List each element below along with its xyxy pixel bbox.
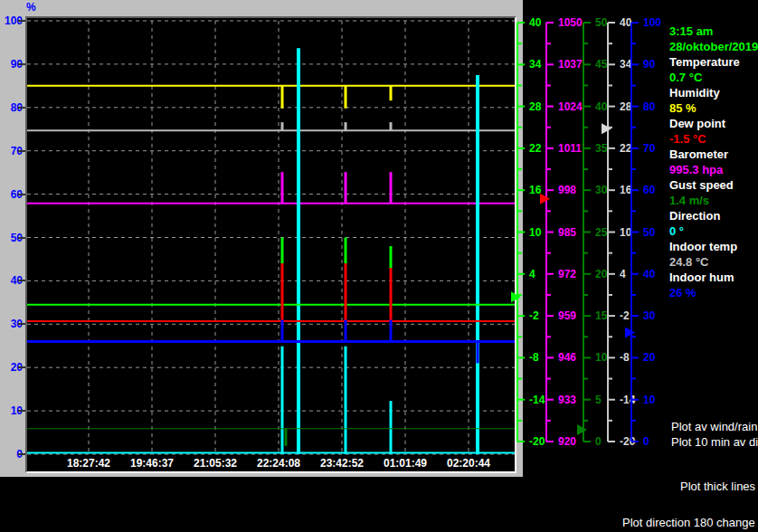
readout-label-gust-speed: Gust speed [669,177,758,193]
indoor-temp-axis-label: 34 [620,58,632,71]
indoor-temp-marker [602,123,611,134]
wind-speed-axis-label: 35 [595,142,608,155]
humidity-axis-label: 20 [643,351,656,364]
wind-speed-axis-label: 0 [595,435,602,448]
option-plot-av-wind-rain[interactable]: Plot av wind/rain [671,420,757,433]
indoor-temp-axis-label: 10 [620,226,632,239]
temperature-axis-label: 16 [529,184,542,196]
readout-value-indoor-hum: 26 % [669,285,758,300]
graph-window: % 1009080706050403020100 18:27:4219:46:3… [0,0,523,477]
readout-label-indoor-temp: Indoor temp [669,239,758,254]
readout-value-humidity: 85 % [669,100,758,116]
y-axis-unit-label: % [26,1,36,14]
humidity-axis-label: 90 [643,58,656,71]
barometer-axis-label: 1037 [558,58,583,71]
readout-label-temperature: Temperature [669,54,758,70]
readout-label-dew-point: Dew point [669,116,758,131]
x-axis-tick-label: 01:01:49 [374,457,437,470]
x-axis-tick-label: 23:42:52 [310,457,374,470]
indoor-temp-axis-label: -2 [620,309,630,322]
humidity-axis-label: 50 [643,226,656,239]
x-axis-tick-label: 21:05:32 [184,457,247,470]
option-plot-direction-180[interactable]: Plot direction 180 change [622,516,755,529]
wind-speed-axis-label: 20 [595,268,608,280]
x-axis-tick-label: 18:27:42 [57,457,120,470]
wind-speed-axis-label: 45 [595,58,608,71]
gust-speed-marker [577,424,587,435]
x-axis-tick-label: 19:46:37 [120,457,184,470]
current-time: 3:15 am [669,24,758,39]
readout-items: Temperature0.7 °CHumidity85 %Dew point-1… [669,54,758,300]
plot-area [25,16,516,473]
temperature-axis-label: 34 [529,58,542,71]
option-plot-thick-lines[interactable]: Plot thick lines [680,480,755,493]
readout-value-dew-point: -1.5 °C [669,131,758,147]
y-axis-tick [18,366,25,368]
temperature-axis-label: 40 [529,16,542,29]
graph-plot [27,18,515,471]
barometer-axis-label: 959 [558,309,576,322]
y-axis-tick [18,63,25,65]
barometer-axis-label: 920 [558,435,576,448]
readout-value-temperature: 0.7 °C [669,70,758,85]
readout-label-indoor-hum: Indoor hum [669,270,758,285]
current-date: 28/oktober/2019 [669,39,758,54]
humidity-axis-label: 10 [643,394,656,406]
y-axis-tick [18,453,25,455]
humidity-axis-label: 0 [643,435,649,448]
humidity-axis-label: 40 [643,268,656,280]
wind-speed-axis-label: 10 [595,351,608,364]
barometer-axis-label: 1011 [558,142,582,155]
barometer-axis-label: 933 [558,394,576,406]
weather-display-screen: % 1009080706050403020100 18:27:4219:46:3… [0,0,758,532]
y-axis-tick [18,280,25,281]
wind-speed-axis-label: 15 [595,309,608,322]
barometer-axis-label: 985 [558,226,576,239]
y-axis-tick [18,410,25,412]
readout-label-humidity: Humidity [669,85,758,100]
temperature-axis-label: -8 [529,351,539,364]
temperature-axis-label: -14 [529,394,545,406]
temperature-axis-label: -2 [529,309,539,322]
wind-speed-axis-label: 25 [595,226,608,239]
x-axis-tick-label: 02:20:44 [437,457,500,470]
indoor-temp-axis-label: -20 [620,435,636,448]
option-plot-10min-av-dir[interactable]: Plot 10 min av dir [671,435,758,449]
y-axis-tick [18,323,25,325]
readout-value-gust-speed: 1.4 m/s [669,193,758,208]
temperature-axis-label: 4 [529,268,535,280]
temperature-axis-label: 28 [529,100,542,113]
humidity-axis-label: 30 [643,309,656,322]
wind-speed-axis-label: 40 [595,100,608,113]
temperature-axis-label: 22 [529,142,542,155]
wind-speed-axis-label: 5 [595,394,602,406]
humidity-axis-label: 80 [643,100,656,113]
wind-speed-axis-label: 50 [595,16,608,29]
humidity-axis-label: 60 [643,184,656,196]
barometer-axis-label: 1050 [558,16,583,29]
y-axis-tick [18,194,25,195]
y-axis-tick [18,150,25,152]
readout-value-indoor-temp: 24.8 °C [669,254,758,270]
readout-value-direction: 0 ° [669,223,758,239]
x-axis-tick-label: 22:24:08 [247,457,310,470]
y-axis-tick [18,237,25,239]
indoor-temp-axis-label: -14 [620,394,636,406]
readout-panel: 3:15 am 28/oktober/2019 Temperature0.7 °… [669,24,758,300]
indoor-temp-axis-label: 4 [620,268,626,280]
readout-label-barometer: Barometer [669,147,758,162]
y-axis-tick [18,107,25,109]
y-axis-tick [18,20,25,22]
indoor-temp-axis-label: 16 [620,184,632,196]
barometer-axis-label: 972 [558,268,576,280]
barometer-marker [540,194,550,204]
temperature-axis-label: 10 [529,226,542,239]
barometer-axis-label: 998 [558,184,576,196]
barometer-axis-label: 946 [558,351,576,364]
indoor-temp-axis-label: 28 [620,100,632,113]
indoor-temp-axis-label: 22 [620,142,632,155]
humidity-axis-label: 100 [643,16,661,29]
wind-speed-axis-label: 30 [595,184,608,196]
indoor-hum-marker [625,328,635,338]
temperature-axis-label: -20 [529,435,545,448]
